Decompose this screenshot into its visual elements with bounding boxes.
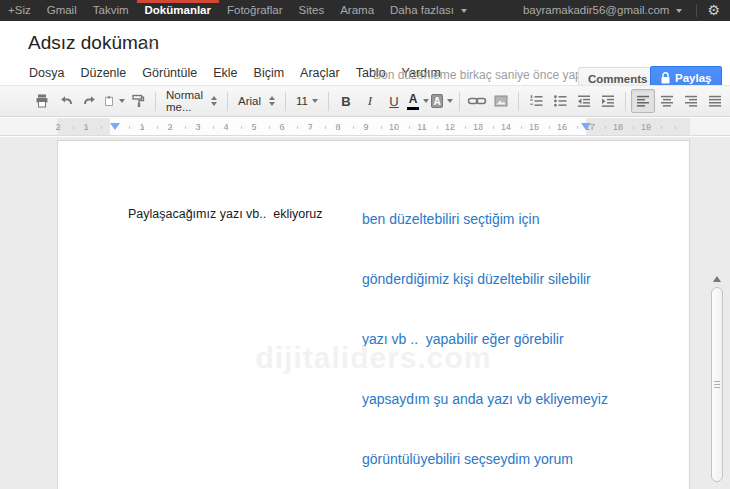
scroll-up-icon[interactable]	[713, 276, 721, 282]
menu-view[interactable]: Görüntüle	[134, 63, 205, 83]
align-left-icon	[635, 93, 651, 109]
insert-link-button[interactable]	[465, 89, 489, 113]
increase-indent-button[interactable]	[596, 89, 620, 113]
text-color-button[interactable]: A	[406, 89, 430, 113]
justify-icon	[707, 93, 723, 109]
topbar-item-photos[interactable]: Fotoğraflar	[219, 0, 291, 21]
print-icon	[34, 93, 50, 109]
menu-insert[interactable]: Ekle	[205, 63, 245, 83]
indent-icon	[600, 93, 616, 109]
ruler-number: 19	[641, 122, 651, 132]
align-left-button[interactable]	[631, 89, 655, 113]
menu-file[interactable]: Dosya	[21, 63, 72, 83]
menu-format[interactable]: Biçim	[246, 63, 293, 83]
font-size-select[interactable]: 11	[291, 89, 323, 113]
undo-icon	[58, 93, 74, 109]
bulleted-list-button[interactable]	[548, 89, 572, 113]
menu-tools[interactable]: Araçlar	[292, 63, 348, 83]
text-line: ben düzeltebiliri seçtiğim için	[362, 209, 608, 229]
highlight-color-button[interactable]: A	[430, 89, 454, 113]
star-icon[interactable]: ☆	[143, 36, 156, 54]
divider	[155, 92, 156, 111]
chevron-down-icon	[312, 99, 318, 103]
topbar-item-documents[interactable]: Dokümanlar	[137, 0, 219, 21]
underline-button[interactable]: U	[382, 89, 406, 113]
ruler-number: 1	[139, 122, 144, 132]
topbar-item-more[interactable]: Daha fazlası	[382, 0, 475, 21]
scrollbar-thumb[interactable]	[711, 287, 723, 482]
align-center-icon	[659, 93, 675, 109]
ruler-number: 18	[613, 122, 623, 132]
topbar-item-gmail[interactable]: Gmail	[39, 0, 85, 21]
paragraph-style-select[interactable]: Normal me...	[161, 89, 222, 113]
print-button[interactable]	[30, 89, 54, 113]
justify-button[interactable]	[703, 89, 727, 113]
lock-icon	[661, 72, 670, 84]
redo-icon	[82, 93, 98, 109]
vertical-scrollbar[interactable]	[710, 274, 725, 489]
ruler-number: 11	[417, 122, 426, 132]
text-line: görüntülüyebiliri seçseydim yorum	[362, 449, 608, 469]
numbered-list-button[interactable]	[524, 89, 548, 113]
gear-icon[interactable]: ⚙	[703, 0, 730, 21]
ruler-number: 15	[529, 122, 539, 132]
chevron-down-icon	[423, 99, 429, 103]
divider	[625, 92, 626, 111]
ruler-number: 10	[389, 122, 399, 132]
formatting-toolbar: Normal me... Arial 11 B I U A A	[0, 85, 730, 117]
text-line: gönderdiğimiz kişi düzeltebilir silebili…	[362, 269, 608, 289]
paste-format-button[interactable]	[102, 89, 126, 113]
ruler-number: 1	[83, 122, 88, 132]
chevron-down-icon	[676, 9, 682, 13]
image-icon	[493, 93, 509, 109]
chevron-down-icon	[119, 99, 125, 103]
document-title[interactable]: Adsız doküman	[28, 32, 159, 54]
updown-icon	[269, 96, 275, 106]
google-topbar: +Siz Gmail Takvim Dokümanlar Fotoğraflar…	[0, 0, 730, 21]
text-line: yapsaydım şu anda yazı vb ekliyemeyiz	[362, 389, 608, 409]
document-paragraph: Paylaşacağımız yazı vb.. ekliyoruz	[128, 207, 323, 221]
divider	[227, 92, 228, 111]
bold-button[interactable]: B	[334, 89, 358, 113]
document-page[interactable]: Paylaşacağımız yazı vb.. ekliyoruz ben d…	[57, 140, 690, 489]
redo-button[interactable]	[78, 89, 102, 113]
ruler-number: 13	[473, 122, 483, 132]
outdent-icon	[576, 93, 592, 109]
document-canvas: Paylaşacağımız yazı vb.. ekliyoruz ben d…	[0, 137, 730, 489]
align-right-button[interactable]	[679, 89, 703, 113]
divider	[696, 4, 697, 17]
bulleted-list-icon	[552, 93, 568, 109]
topbar-item-sites[interactable]: Sites	[291, 0, 333, 21]
insert-image-button[interactable]	[489, 89, 513, 113]
font-family-select[interactable]: Arial	[233, 89, 280, 113]
ruler-number: 8	[335, 122, 340, 132]
numbered-list-icon	[528, 93, 544, 109]
topbar-item-plus-you[interactable]: +Siz	[0, 0, 39, 21]
updown-icon	[211, 96, 217, 106]
account-menu[interactable]: bayramakadir56@gmail.com	[515, 0, 691, 21]
text-color-icon: A	[407, 92, 420, 110]
ruler-number: 9	[363, 122, 368, 132]
left-indent-marker[interactable]	[110, 123, 120, 130]
topbar-item-calendar[interactable]: Takvim	[85, 0, 137, 21]
paint-format-button[interactable]	[126, 89, 150, 113]
topbar-item-search[interactable]: Arama	[332, 0, 382, 21]
divider	[328, 92, 329, 111]
document-blue-paragraph: ben düzeltebiliri seçtiğim için gönderdi…	[362, 169, 608, 489]
italic-button[interactable]: I	[358, 89, 382, 113]
ruler-number: 3	[195, 122, 200, 132]
ruler-number: 14	[501, 122, 511, 132]
paint-roller-icon	[130, 93, 146, 109]
document-header: Adsız doküman ☆ Dosya Düzenle Görüntüle …	[0, 21, 730, 85]
decrease-indent-button[interactable]	[572, 89, 596, 113]
ruler-number: 5	[251, 122, 256, 132]
ruler-number: 16	[557, 122, 567, 132]
ruler-number: 4	[223, 122, 228, 132]
menu-edit[interactable]: Düzenle	[72, 63, 134, 83]
align-center-button[interactable]	[655, 89, 679, 113]
text-line: yazı vb .. yapabilir eğer görebilir	[362, 329, 608, 349]
undo-button[interactable]	[54, 89, 78, 113]
right-indent-marker[interactable]	[581, 123, 591, 130]
link-icon	[467, 93, 487, 109]
ruler-number: 6	[279, 122, 284, 132]
